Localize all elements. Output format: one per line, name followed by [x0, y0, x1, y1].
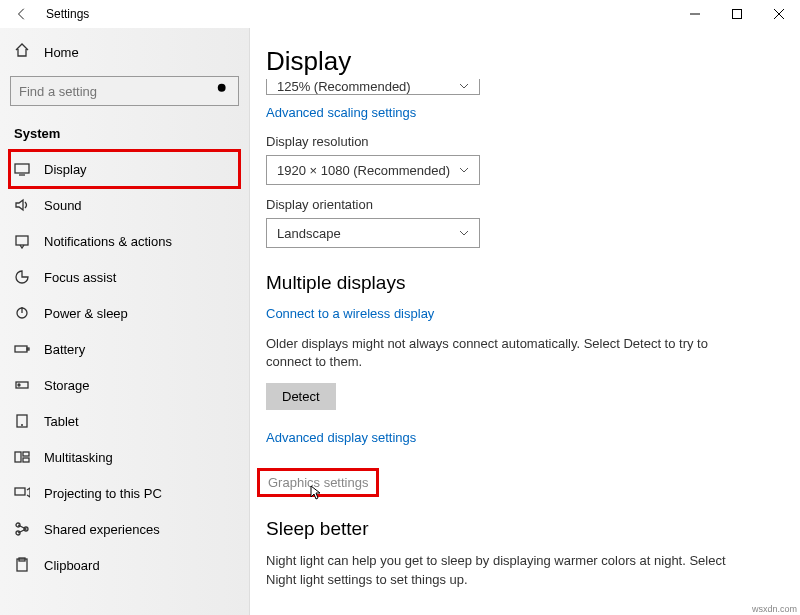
focus-assist-icon	[14, 269, 30, 285]
sleep-better-text: Night light can help you get to sleep by…	[266, 552, 736, 588]
battery-icon	[14, 341, 30, 357]
older-displays-text: Older displays might not always connect …	[266, 335, 736, 371]
sidebar-item-label: Tablet	[44, 414, 79, 429]
advanced-scaling-link[interactable]: Advanced scaling settings	[266, 105, 800, 120]
sidebar-item-tablet[interactable]: Tablet	[10, 403, 239, 439]
shared-icon	[14, 521, 30, 537]
svg-point-4	[218, 84, 226, 92]
sidebar-item-storage[interactable]: Storage	[10, 367, 239, 403]
sidebar-item-label: Display	[44, 162, 87, 177]
search-box[interactable]	[10, 76, 239, 106]
svg-point-21	[16, 523, 20, 527]
minimize-button[interactable]	[674, 0, 716, 28]
sleep-better-title: Sleep better	[266, 518, 800, 540]
multiple-displays-title: Multiple displays	[266, 272, 800, 294]
watermark: wsxdn.com	[752, 604, 797, 614]
svg-line-5	[225, 91, 229, 95]
sidebar-item-power-sleep[interactable]: Power & sleep	[10, 295, 239, 331]
scale-value: 125% (Recommended)	[277, 79, 411, 94]
multitasking-icon	[14, 449, 30, 465]
svg-rect-19	[23, 458, 29, 462]
svg-rect-17	[15, 452, 21, 462]
window-title: Settings	[46, 7, 89, 21]
page-title: Display	[266, 46, 800, 77]
graphics-settings-link[interactable]: Graphics settings	[260, 471, 376, 494]
sidebar-item-display[interactable]: Display	[10, 151, 239, 187]
cursor-icon	[310, 485, 324, 501]
chevron-down-icon	[459, 163, 469, 178]
clipboard-icon	[14, 557, 30, 573]
orientation-dropdown[interactable]: Landscape	[266, 218, 480, 248]
svg-point-14	[18, 384, 20, 386]
svg-rect-6	[15, 164, 29, 173]
home-button[interactable]: Home	[10, 36, 239, 72]
svg-rect-18	[23, 452, 29, 456]
svg-rect-11	[15, 346, 27, 352]
detect-button[interactable]: Detect	[266, 383, 336, 410]
sidebar-item-sound[interactable]: Sound	[10, 187, 239, 223]
sidebar-item-notifications[interactable]: Notifications & actions	[10, 223, 239, 259]
maximize-button[interactable]	[716, 0, 758, 28]
projecting-icon	[14, 485, 30, 501]
sidebar-item-label: Sound	[44, 198, 82, 213]
resolution-dropdown[interactable]: 1920 × 1080 (Recommended)	[266, 155, 480, 185]
sidebar-item-label: Notifications & actions	[44, 234, 172, 249]
search-input[interactable]	[19, 84, 216, 99]
svg-rect-1	[733, 10, 742, 19]
sidebar-item-focus-assist[interactable]: Focus assist	[10, 259, 239, 295]
sidebar-item-multitasking[interactable]: Multitasking	[10, 439, 239, 475]
orientation-label: Display orientation	[266, 197, 800, 212]
sidebar-item-label: Projecting to this PC	[44, 486, 162, 501]
connect-wireless-link[interactable]: Connect to a wireless display	[266, 306, 800, 321]
sidebar: Home System Display Sound Notifications …	[0, 28, 250, 615]
svg-point-23	[16, 531, 20, 535]
sidebar-item-label: Focus assist	[44, 270, 116, 285]
display-icon	[14, 161, 30, 177]
back-button[interactable]	[10, 2, 34, 26]
resolution-label: Display resolution	[266, 134, 800, 149]
home-icon	[14, 42, 30, 62]
sidebar-item-label: Shared experiences	[44, 522, 160, 537]
section-header-system: System	[10, 118, 239, 151]
scale-dropdown[interactable]: 125% (Recommended)	[266, 79, 480, 95]
notifications-icon	[14, 233, 30, 249]
tablet-icon	[14, 413, 30, 429]
sidebar-item-label: Power & sleep	[44, 306, 128, 321]
chevron-down-icon	[459, 79, 469, 94]
main-content: Display 125% (Recommended) Advanced scal…	[250, 28, 800, 615]
sidebar-item-label: Clipboard	[44, 558, 100, 573]
close-button[interactable]	[758, 0, 800, 28]
sound-icon	[14, 197, 30, 213]
sidebar-item-clipboard[interactable]: Clipboard	[10, 547, 239, 583]
power-icon	[14, 305, 30, 321]
sidebar-item-label: Battery	[44, 342, 85, 357]
svg-rect-20	[15, 488, 25, 495]
sidebar-item-shared-experiences[interactable]: Shared experiences	[10, 511, 239, 547]
orientation-value: Landscape	[277, 226, 341, 241]
sidebar-item-projecting[interactable]: Projecting to this PC	[10, 475, 239, 511]
sidebar-item-label: Multitasking	[44, 450, 113, 465]
home-label: Home	[44, 45, 79, 60]
resolution-value: 1920 × 1080 (Recommended)	[277, 163, 450, 178]
search-icon	[216, 82, 230, 100]
window-controls	[674, 0, 800, 28]
chevron-down-icon	[459, 226, 469, 241]
sidebar-item-battery[interactable]: Battery	[10, 331, 239, 367]
storage-icon	[14, 377, 30, 393]
svg-rect-12	[27, 348, 29, 350]
advanced-display-link[interactable]: Advanced display settings	[266, 430, 800, 445]
sidebar-item-label: Storage	[44, 378, 90, 393]
svg-rect-8	[16, 236, 28, 245]
